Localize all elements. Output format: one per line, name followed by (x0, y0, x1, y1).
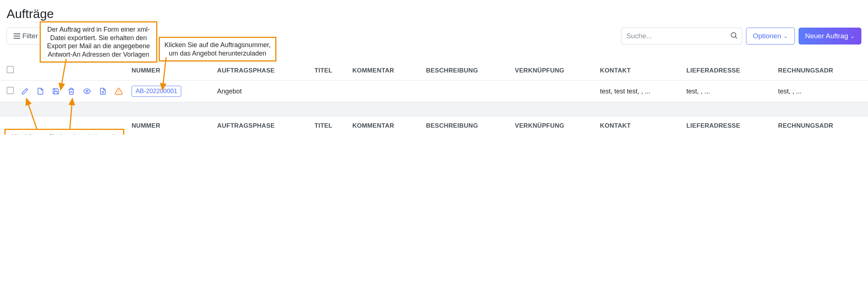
col-title: TITEL (311, 61, 349, 81)
footcol-delivery: LIEFERADRESSE (683, 116, 774, 135)
chevron-down-icon: ⌄ (850, 33, 855, 39)
row-actions (21, 87, 124, 95)
orders-table: NUMMER AUFTRAGSPHASE TITEL KOMMENTAR BES… (0, 61, 868, 135)
footcol-number: NUMMER (128, 116, 214, 135)
footcol-phase: AUFTRAGSPHASE (214, 116, 311, 135)
footcol-link: VERKNÜPFUNG (511, 116, 596, 135)
row-checkbox[interactable] (7, 87, 14, 94)
footcol-contact: KONTAKT (596, 116, 683, 135)
annotation-export: Der Auftrag wird in Form einer xml-Datei… (40, 21, 157, 63)
cell-billing: test, , ... (774, 81, 868, 102)
pdf-icon[interactable] (37, 88, 44, 95)
footcol-comment: KOMMENTAR (349, 116, 422, 135)
search-wrap (621, 28, 742, 45)
footcol-title: TITEL (311, 116, 349, 135)
annotation-edit-delete: Hier können Sie bereits existierende Auf… (4, 129, 124, 135)
save-export-icon[interactable] (52, 88, 60, 95)
document-icon[interactable] (99, 88, 107, 95)
cell-comment (349, 81, 422, 102)
table-row: AB-202200001 Angebot test, test test, , … (0, 81, 868, 102)
col-link: VERKNÜPFUNG (511, 61, 596, 81)
order-number-link[interactable]: AB-202200001 (132, 86, 181, 97)
new-order-label: Neuer Auftrag (805, 32, 848, 40)
cell-delivery: test, , ... (683, 81, 774, 102)
svg-point-2 (86, 91, 88, 92)
search-input[interactable] (621, 28, 742, 45)
footcol-description: BESCHREIBUNG (422, 116, 511, 135)
cell-link (511, 81, 596, 102)
warning-icon (115, 87, 123, 95)
col-phase: AUFTRAGSPHASE (214, 61, 311, 81)
edit-icon[interactable] (21, 88, 29, 95)
hamburger-icon (14, 33, 20, 39)
options-button[interactable]: Optionen ⌄ (746, 28, 795, 45)
cell-description (422, 81, 511, 102)
cell-phase: Angebot (214, 81, 311, 102)
col-delivery: LIEFERADRESSE (683, 61, 774, 81)
options-label: Optionen (753, 32, 781, 40)
delete-icon[interactable] (68, 88, 75, 95)
chevron-down-icon: ⌄ (783, 33, 788, 39)
footcol-billing: RECHNUNGSADR (774, 116, 868, 135)
cell-contact: test, test test, , ... (596, 81, 683, 102)
col-comment: KOMMENTAR (349, 61, 422, 81)
cell-title (311, 81, 349, 102)
new-order-button[interactable]: Neuer Auftrag ⌄ (799, 28, 861, 45)
filter-label: Filter (22, 32, 38, 40)
select-all-checkbox[interactable] (7, 66, 14, 73)
page-title: Aufträge (0, 0, 868, 24)
annotation-download: Klicken Sie auf die Auftragsnummer, um d… (159, 37, 276, 61)
view-icon[interactable] (83, 88, 91, 95)
col-description: BESCHREIBUNG (422, 61, 511, 81)
col-contact: KONTAKT (596, 61, 683, 81)
col-billing: RECHNUNGSADR (774, 61, 868, 81)
col-number: NUMMER (128, 61, 214, 81)
spacer-row (0, 102, 868, 116)
filter-button[interactable]: Filter (7, 28, 45, 45)
